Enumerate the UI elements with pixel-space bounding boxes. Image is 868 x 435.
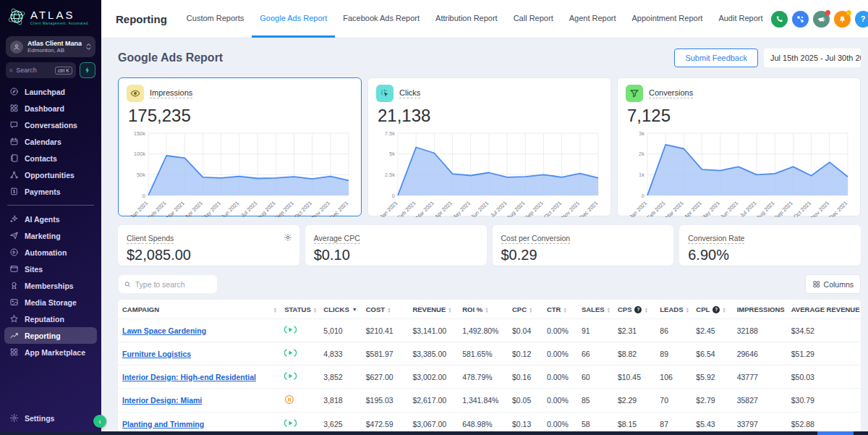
sidebar-item-contacts[interactable]: Contacts (4, 150, 97, 166)
impressions-label: Impressions (150, 88, 192, 98)
client-spends-label: Client Spends (127, 234, 174, 244)
contacts-icon (9, 153, 19, 164)
sort-icon[interactable]: ▴▾ (723, 307, 725, 313)
table-search[interactable] (118, 274, 218, 294)
column-header-status[interactable]: STATUS▴▾ (280, 300, 319, 319)
conversions-card[interactable]: Conversions 7,125 01k2k3kJan 2021Feb 202… (617, 77, 861, 216)
column-header-roi[interactable]: ROI %▴▾ (458, 300, 508, 319)
columns-button[interactable]: Columns (805, 274, 861, 294)
bell-icon[interactable] (834, 11, 851, 28)
sidebar-item-media-storage[interactable]: Media Storage (4, 294, 97, 311)
tab-call-report[interactable]: Call Report (506, 0, 561, 38)
impressions-card[interactable]: Impressions 175,235 050k100k150kJan 2021… (118, 77, 362, 216)
tab-attribution-report[interactable]: Attribution Report (427, 0, 506, 38)
logo-title: ATLAS (30, 9, 90, 21)
column-label: AVERAGE REVENUE (791, 305, 860, 313)
sidebar-item-payments[interactable]: Payments (4, 183, 97, 200)
search-icon (9, 67, 13, 74)
column-header-avg_revenue[interactable]: AVERAGE REVENUE▴▾ (787, 300, 861, 319)
sort-icon[interactable]: ▴▾ (563, 307, 566, 313)
sidebar-item-opportunities[interactable]: Opportunities (4, 166, 97, 183)
column-header-cost[interactable]: COST▴▾ (362, 300, 409, 319)
column-header-sales[interactable]: SALES▴▾ (577, 300, 613, 319)
clicks-label: Clicks (399, 88, 420, 98)
svg-text:Mar 2021: Mar 2021 (414, 200, 435, 217)
info-icon[interactable]: ? (712, 306, 720, 313)
sidebar-item-launchpad[interactable]: Launchpad (4, 83, 97, 100)
sort-icon[interactable]: ▴▾ (448, 307, 451, 313)
column-header-impressions[interactable]: IMPRESSIONS▴▾ (733, 300, 787, 319)
tab-facebook-ads-report[interactable]: Facebook Ads Report (335, 0, 427, 38)
sidebar-item-app-marketplace[interactable]: App Marketplace (4, 344, 97, 360)
page-header: Google Ads Report Submit Feedback Jul 15… (118, 48, 861, 67)
sidebar-search[interactable]: ctrl K (6, 62, 76, 78)
quick-actions-button[interactable] (80, 62, 95, 78)
sidebar-item-ai-agents[interactable]: AI Agents (4, 211, 97, 227)
submit-feedback-button[interactable]: Submit Feedback (674, 48, 758, 67)
globe-logo-icon (7, 7, 26, 26)
column-header-campaign[interactable]: CAMPAIGN▴▾ (118, 300, 280, 319)
marketing-icon (9, 231, 19, 241)
megaphone-icon[interactable] (813, 11, 830, 28)
tab-custom-reports[interactable]: Custom Reports (179, 0, 252, 38)
sidebar-nav-primary: LaunchpadDashboardConversationsCalendars… (0, 83, 101, 200)
cpc-cell: $0.16 (508, 366, 542, 389)
client-selector[interactable]: Atlas Client Manage.. Edmonton, AB (6, 36, 95, 57)
sidebar-search-input[interactable] (16, 67, 52, 74)
column-header-revenue[interactable]: REVENUE▴▾ (408, 300, 458, 319)
sidebar-item-automation[interactable]: Automation (4, 244, 97, 261)
campaign-link[interactable]: Lawn Space Gardening (122, 326, 206, 335)
column-label: CLICKS (323, 305, 349, 313)
sidebar-item-conversations[interactable]: Conversations (4, 117, 97, 133)
affiliate-icon[interactable] (792, 11, 809, 28)
sidebar-item-dashboard[interactable]: Dashboard (4, 100, 97, 117)
sidebar-item-calendars[interactable]: Calendars (4, 133, 97, 150)
cost-cell: $627.00 (362, 366, 409, 389)
column-header-leads[interactable]: LEADS▴▾ (655, 300, 692, 319)
sort-icon[interactable]: ▴▾ (686, 307, 689, 313)
clicks-card[interactable]: Clicks 21,138 02.5k5k7.5kJan 2021Feb 202… (367, 77, 611, 216)
sidebar-item-sites[interactable]: Sites (4, 261, 97, 277)
sort-icon[interactable]: ▴▾ (273, 307, 276, 313)
column-header-cpl[interactable]: CPL?▴▾ (692, 300, 732, 319)
sort-icon[interactable]: ▴▾ (314, 307, 316, 313)
sort-icon[interactable]: ▴▾ (644, 307, 647, 313)
tab-agent-report[interactable]: Agent Report (561, 0, 624, 38)
column-header-cps[interactable]: CPS?▴▾ (613, 300, 655, 319)
column-label: COST (366, 305, 385, 313)
leads-cell: 86 (655, 319, 692, 342)
campaign-link[interactable]: Interior Design: High-end Residential (122, 373, 256, 381)
tab-appointment-report[interactable]: Appointment Report (624, 0, 711, 38)
scrollbar-thumb[interactable] (817, 431, 854, 435)
campaign-link[interactable]: Interior Design: Miami (122, 396, 202, 405)
campaign-link[interactable]: Furniture Logistics (122, 350, 191, 358)
info-icon[interactable]: ? (634, 306, 642, 313)
sidebar-item-memberships[interactable]: Memberships (4, 277, 97, 294)
column-header-clicks[interactable]: CLICKS▼ (319, 300, 361, 319)
column-header-ctr[interactable]: CTR▴▾ (542, 300, 577, 319)
sidebar-item-reputation[interactable]: Reputation (4, 311, 97, 327)
sidebar-item-marketing[interactable]: Marketing (4, 227, 97, 244)
sidebar-collapse-button[interactable]: ‹ (93, 415, 106, 428)
tab-audit-report[interactable]: Audit Report (710, 0, 770, 38)
sidebar-item-reporting[interactable]: Reporting (4, 327, 97, 344)
horizontal-scrollbar[interactable] (0, 431, 868, 435)
svg-text:2k: 2k (639, 151, 644, 157)
app-logo[interactable]: ATLAS Client Management. Automated. (0, 0, 101, 33)
phone-icon[interactable] (771, 11, 788, 28)
svg-text:3k: 3k (639, 130, 644, 137)
sort-icon[interactable]: ▴▾ (529, 307, 532, 313)
column-header-cpc[interactable]: CPC▴▾ (508, 300, 542, 319)
gear-icon[interactable] (284, 232, 292, 245)
campaign-link[interactable]: Planting and Trimming (122, 420, 204, 428)
tab-google-ads-report[interactable]: Google Ads Report (252, 0, 335, 38)
date-range-picker[interactable]: Jul 15th 2025 - Jul 30th 2025 (764, 48, 861, 67)
sort-icon[interactable]: ▴▾ (485, 307, 488, 313)
table-search-input[interactable] (135, 280, 211, 289)
sidebar-item-settings[interactable]: Settings (4, 410, 97, 426)
sort-icon-active[interactable]: ▼ (352, 307, 357, 312)
sort-icon[interactable]: ▴▾ (388, 307, 390, 313)
help-icon[interactable]: ? (855, 11, 868, 28)
automation-icon (9, 248, 19, 258)
sort-icon[interactable]: ▴▾ (608, 307, 610, 313)
